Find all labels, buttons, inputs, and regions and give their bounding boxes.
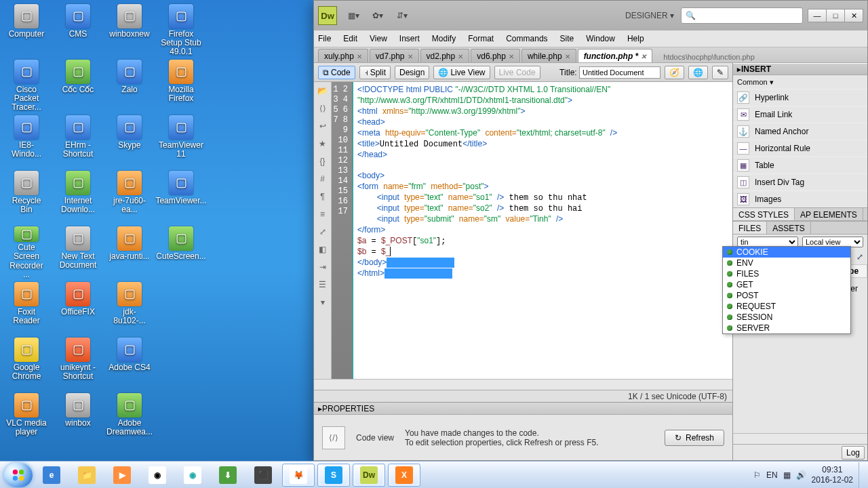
tool-star-icon[interactable]: ★ xyxy=(317,138,329,150)
tray-volume-icon[interactable]: 🔊 xyxy=(796,470,806,480)
insert-item[interactable]: 🖼Images xyxy=(733,190,867,207)
taskbar-wmp[interactable]: ▶ xyxy=(106,464,138,487)
desktop-icon[interactable]: ▢TeamViewer... xyxy=(160,171,202,224)
tool-expand-icon[interactable]: ⤢ xyxy=(317,226,329,238)
log-button[interactable]: Log xyxy=(842,446,865,460)
desktop-icon[interactable]: ▢TeamViewer 11 xyxy=(160,115,202,168)
tool-comment-icon[interactable]: ¶ xyxy=(317,190,329,203)
tab-close-icon[interactable]: ✕ xyxy=(509,53,514,60)
taskbar-dreamweaver[interactable]: Dw xyxy=(353,464,385,487)
desktop-icon[interactable]: ▢Google Chrome xyxy=(5,338,47,390)
tray-network-icon[interactable]: ▦ xyxy=(783,470,791,480)
tab-close-icon[interactable]: ✕ xyxy=(641,53,646,60)
taskbar-idm[interactable]: ⬇ xyxy=(212,464,244,487)
layout-icon[interactable]: ▦▾ xyxy=(345,11,361,20)
document-tab[interactable]: vd6.php✕ xyxy=(471,49,520,62)
taskbar-coccoc[interactable]: ◉ xyxy=(176,464,209,487)
tab-close-icon[interactable]: ✕ xyxy=(565,53,570,60)
tool-icon-2[interactable]: 🌐 xyxy=(688,66,708,79)
desktop-icon[interactable]: ▢unikeynt - Shortcut xyxy=(57,338,99,390)
tab-close-icon[interactable]: ✕ xyxy=(357,53,362,60)
tool-hash-icon[interactable]: # xyxy=(317,173,329,185)
autocomplete-item[interactable]: GET xyxy=(723,279,850,290)
menu-help[interactable]: Help xyxy=(627,34,644,43)
autocomplete-item[interactable]: ENV xyxy=(723,258,850,268)
insert-item[interactable]: —Horizontal Rule xyxy=(733,140,867,157)
desktop-icon[interactable]: ▢VLC media player xyxy=(5,393,47,446)
taskbar-explorer[interactable]: 📁 xyxy=(71,464,103,487)
desktop-icon[interactable]: ▢Internet Downlo... xyxy=(57,171,99,224)
menu-view[interactable]: View xyxy=(370,34,387,43)
split-view-button[interactable]: ⫞Split xyxy=(359,66,391,79)
search-input[interactable]: 🔍 xyxy=(681,7,803,24)
title-input[interactable] xyxy=(579,66,660,79)
autocomplete-item[interactable]: SESSION xyxy=(723,312,850,323)
desktop-icon[interactable]: ▢winboxnew xyxy=(108,4,151,57)
desktop-icon[interactable]: ▢winbox xyxy=(57,393,99,446)
insert-item[interactable]: ⚓Named Anchor xyxy=(733,123,867,140)
titlebar[interactable]: Dw ▦▾ ✿▾ ⇵▾ DESIGNER ▾ 🔍 — □ ✕ xyxy=(314,1,867,30)
desktop-icon[interactable]: ▢OfficeFIX xyxy=(57,282,99,335)
desktop-icon[interactable]: ▢Recycle Bin xyxy=(5,171,47,224)
taskbar-ie[interactable]: e xyxy=(35,464,68,487)
desktop-icon[interactable]: ▢jre-7u60-ea... xyxy=(108,171,151,224)
close-button[interactable]: ✕ xyxy=(844,9,863,22)
tool-brace-icon[interactable]: {} xyxy=(317,155,329,167)
menu-edit[interactable]: Edit xyxy=(343,34,357,43)
tool-tag-icon[interactable]: ⟨⟩ xyxy=(317,102,329,115)
taskbar-skype[interactable]: S xyxy=(317,464,350,487)
desktop-icon[interactable]: ▢java-runti... xyxy=(108,226,151,279)
menu-commands[interactable]: Commands xyxy=(506,34,547,43)
horizontal-scrollbar[interactable] xyxy=(314,379,732,390)
workspace-switcher[interactable]: DESIGNER ▾ xyxy=(618,8,681,23)
live-view-button[interactable]: 🌐Live View xyxy=(433,66,490,79)
clock[interactable]: 09:31 2016-12-02 xyxy=(812,465,853,485)
code-view-button[interactable]: ⧉Code xyxy=(318,66,355,79)
document-tab[interactable]: vd2.php✕ xyxy=(420,49,470,62)
language-indicator[interactable]: EN xyxy=(766,470,778,480)
menu-insert[interactable]: Insert xyxy=(399,34,420,43)
desktop-icon[interactable]: ▢Zalo xyxy=(108,60,151,113)
desktop-icon[interactable]: ▢Mozilla Firefox xyxy=(160,60,202,113)
tool-wrap-icon[interactable]: ↩ xyxy=(317,120,329,132)
menu-file[interactable]: File xyxy=(318,34,331,43)
show-desktop-button[interactable] xyxy=(859,462,864,488)
tab-files[interactable]: FILES xyxy=(733,222,767,234)
tool-highlight-icon[interactable]: ◧ xyxy=(317,243,329,256)
desktop-icon[interactable]: ▢Cute Screen Recorder ... xyxy=(5,226,47,279)
desktop-icon[interactable]: ▢Firefox Setup Stub 49.0.1 xyxy=(160,4,202,57)
taskbar-xampp[interactable]: X xyxy=(388,464,420,487)
tab-assets[interactable]: ASSETS xyxy=(767,222,810,234)
refresh-button[interactable]: ↻Refresh xyxy=(665,430,724,446)
tool-icon-1[interactable]: 🧭 xyxy=(665,66,684,79)
desktop-icon[interactable]: ▢New Text Document xyxy=(57,226,99,279)
autocomplete-item[interactable]: FILES xyxy=(723,268,850,279)
files-scrollbar[interactable] xyxy=(733,433,867,444)
document-tab[interactable]: xuly.php✕ xyxy=(318,49,368,62)
tool-more-icon[interactable]: ▾ xyxy=(317,296,329,308)
document-tab[interactable]: vd7.php✕ xyxy=(370,49,419,62)
taskbar-firefox[interactable]: 🦊 xyxy=(282,464,315,487)
desktop-icon[interactable]: ▢EHrm - Shortcut xyxy=(57,115,99,168)
desktop-icon[interactable]: ▢Cốc Cốc xyxy=(57,60,99,113)
desktop-icon[interactable]: ▢IE8-Windo... xyxy=(5,115,47,168)
taskbar-app1[interactable]: ⬛ xyxy=(247,464,279,487)
gear-icon[interactable]: ✿▾ xyxy=(370,11,386,20)
autocomplete-item[interactable]: REQUEST xyxy=(723,301,850,312)
code-editor[interactable]: <!DOCTYPE html PUBLIC "-//W3C//DTD XHTML… xyxy=(353,82,732,379)
desktop-icon[interactable]: ▢jdk-8u102-... xyxy=(108,282,151,335)
desktop-icon[interactable]: ▢CMS xyxy=(57,4,99,57)
desktop-icon[interactable]: ▢Computer xyxy=(5,4,47,57)
start-button[interactable] xyxy=(4,463,33,487)
tool-indent-icon[interactable]: ⇥ xyxy=(317,261,329,273)
tray-flag-icon[interactable]: ⚐ xyxy=(753,470,761,480)
autocomplete-item[interactable]: POST xyxy=(723,290,850,301)
tool-collapse-icon[interactable]: ≡ xyxy=(317,208,329,220)
expand-icon[interactable]: ⤢ xyxy=(856,252,863,262)
desktop-icon[interactable]: ▢Adobe Dreamwea... xyxy=(108,393,151,446)
sitemap-icon[interactable]: ⇵▾ xyxy=(394,11,410,20)
tab-ap-elements[interactable]: AP ELEMENTS xyxy=(795,208,863,220)
insert-item[interactable]: ✉Email Link xyxy=(733,106,867,123)
tab-css-styles[interactable]: CSS STYLES xyxy=(733,208,795,220)
tab-close-icon[interactable]: ✕ xyxy=(458,53,463,60)
